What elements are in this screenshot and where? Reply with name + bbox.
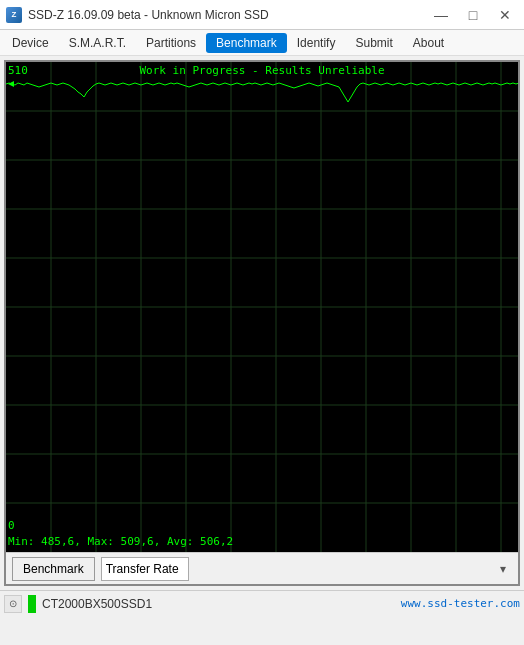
svg-marker-20 <box>8 81 14 87</box>
transfer-type-select[interactable]: Transfer Rate Random Read Random Write <box>101 557 189 581</box>
chart-svg <box>6 62 518 552</box>
window-title: SSD-Z 16.09.09 beta - Unknown Micron SSD <box>28 8 269 22</box>
status-icon: ⊙ <box>4 595 22 613</box>
bottom-controls: Benchmark Transfer Rate Random Read Rand… <box>6 552 518 584</box>
title-bar-left: Z SSD-Z 16.09.09 beta - Unknown Micron S… <box>6 7 269 23</box>
transfer-type-wrapper: Transfer Rate Random Read Random Write <box>101 557 512 581</box>
menu-bar: Device S.M.A.R.T. Partitions Benchmark I… <box>0 30 524 56</box>
menu-item-device[interactable]: Device <box>2 33 59 53</box>
drive-indicator <box>28 595 36 613</box>
minimize-button[interactable]: — <box>426 4 456 26</box>
chart-stats-text: Min: 485,6, Max: 509,6, Avg: 506,2 <box>8 535 233 548</box>
benchmark-button[interactable]: Benchmark <box>12 557 95 581</box>
close-button[interactable]: ✕ <box>490 4 520 26</box>
chart-y-max-label: 510 <box>8 64 28 77</box>
chart-y-min-label: 0 <box>8 519 15 532</box>
menu-item-smart[interactable]: S.M.A.R.T. <box>59 33 136 53</box>
chart-wip-text: Work in Progress - Results Unreliable <box>139 64 384 77</box>
status-bar: ⊙ CT2000BX500SSD1 www.ssd-tester.com <box>0 590 524 616</box>
drive-name: CT2000BX500SSD1 <box>42 597 395 611</box>
menu-item-benchmark[interactable]: Benchmark <box>206 33 287 53</box>
main-frame: 510 Work in Progress - Results Unreliabl… <box>4 60 520 586</box>
window-controls: — □ ✕ <box>426 4 520 26</box>
menu-item-submit[interactable]: Submit <box>345 33 402 53</box>
title-bar: Z SSD-Z 16.09.09 beta - Unknown Micron S… <box>0 0 524 30</box>
menu-item-about[interactable]: About <box>403 33 454 53</box>
app-icon: Z <box>6 7 22 23</box>
chart-area: 510 Work in Progress - Results Unreliabl… <box>6 62 518 552</box>
menu-item-identify[interactable]: Identify <box>287 33 346 53</box>
website-url: www.ssd-tester.com <box>401 597 520 610</box>
maximize-button[interactable]: □ <box>458 4 488 26</box>
menu-item-partitions[interactable]: Partitions <box>136 33 206 53</box>
